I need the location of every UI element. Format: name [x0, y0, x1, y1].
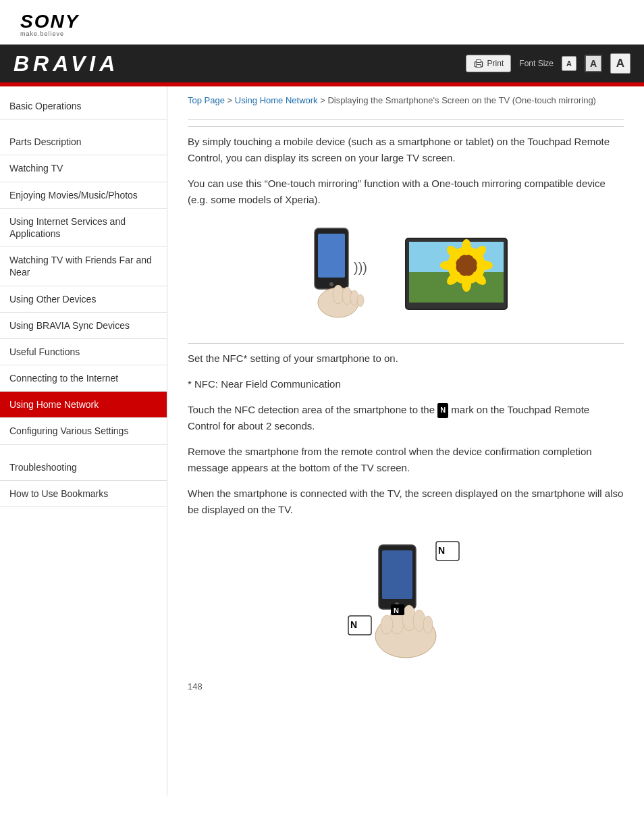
content-step-1: Set the NFC* setting of your smartphone … [188, 350, 624, 367]
content-step-4: When the smartphone is connected with th… [188, 486, 624, 518]
sidebar-item-using-internet[interactable]: Using Internet Services and Applications [0, 209, 167, 247]
sony-wordmark: SONY [20, 12, 624, 31]
bravia-title: BRAVIA [14, 51, 119, 76]
sidebar-gap-2 [0, 445, 167, 454]
breadcrumb-top-page[interactable]: Top Page [188, 95, 225, 105]
svg-point-19 [462, 239, 471, 255]
svg-text:))): ))) [354, 260, 367, 275]
svg-rect-1 [476, 65, 480, 68]
print-icon [473, 58, 484, 69]
phone-hand-svg: ))) [301, 221, 389, 330]
svg-text:N: N [394, 606, 399, 615]
svg-point-11 [357, 294, 364, 307]
svg-rect-5 [318, 234, 345, 278]
svg-point-34 [423, 616, 433, 633]
font-size-small-button[interactable]: A [562, 56, 576, 71]
svg-text:N: N [350, 619, 357, 630]
mirroring-illustration: ))) [188, 221, 624, 330]
sidebar: Basic Operations Parts Description Watch… [0, 86, 167, 796]
nfc-symbol-inline: N [437, 403, 448, 418]
nfc-touch-svg: N N N [338, 531, 473, 667]
divider-top [188, 119, 624, 120]
breadcrumb-current: Displaying the Smartphone's Screen on th… [327, 95, 595, 105]
content-para-1: By simply touching a mobile device (such… [188, 134, 624, 166]
font-size-label: Font Size [519, 59, 554, 68]
bravia-header: BRAVIA Print Font Size A A A [0, 45, 644, 82]
page-number: 148 [188, 680, 624, 694]
content-step-2: Touch the NFC detection area of the smar… [188, 402, 624, 434]
sidebar-item-watching-friends[interactable]: Watching TV with Friends Far and Near [0, 247, 167, 286]
sidebar-item-connecting-internet[interactable]: Connecting to the Internet [0, 365, 167, 392]
tv-sunflower-svg [402, 235, 510, 316]
svg-point-6 [329, 282, 333, 286]
header-controls: Print Font Size A A A [466, 53, 630, 74]
sidebar-item-basic-operations[interactable]: Basic Operations [0, 93, 167, 120]
sidebar-item-configuring-settings[interactable]: Configuring Various Settings [0, 418, 167, 444]
sony-logo: SONY make.believe [20, 12, 624, 37]
svg-point-21 [477, 261, 493, 270]
sidebar-item-using-other[interactable]: Using Other Devices [0, 286, 167, 313]
svg-point-8 [333, 285, 344, 304]
svg-point-3 [475, 63, 477, 64]
font-size-medium-button[interactable]: A [585, 55, 602, 72]
svg-rect-28 [382, 550, 412, 599]
divider-3 [188, 343, 624, 344]
sidebar-item-using-home-network[interactable]: Using Home Network [0, 392, 167, 418]
svg-point-23 [462, 276, 471, 292]
content-step-3: Remove the smartphone from the remote co… [188, 444, 624, 476]
sidebar-item-troubleshooting[interactable]: Troubleshooting [0, 454, 167, 481]
svg-text:N: N [438, 545, 445, 556]
content-body: By simply touching a mobile device (such… [188, 126, 624, 694]
svg-point-25 [440, 261, 456, 270]
breadcrumb: Top Page > Using Home Network > Displayi… [188, 86, 624, 112]
sidebar-gap-1 [0, 120, 167, 129]
sony-tagline: make.believe [20, 31, 624, 37]
sidebar-item-useful-functions[interactable]: Useful Functions [0, 339, 167, 365]
sidebar-item-how-to-use[interactable]: How to Use Bookmarks [0, 481, 167, 507]
sidebar-item-using-bravia[interactable]: Using BRAVIA Sync Devices [0, 313, 167, 339]
font-size-large-button[interactable]: A [610, 53, 630, 74]
svg-rect-2 [476, 59, 480, 62]
nfc-bottom-illustration: N N N [188, 531, 624, 667]
svg-point-9 [342, 287, 352, 305]
print-label: Print [487, 59, 504, 68]
content-nfc-note: * NFC: Near Field Communication [188, 376, 624, 392]
top-bar: SONY make.believe [0, 0, 644, 45]
main-content: Top Page > Using Home Network > Displayi… [167, 86, 644, 796]
divider-2 [188, 126, 624, 127]
sidebar-item-parts-description[interactable]: Parts Description [0, 129, 167, 155]
main-layout: Basic Operations Parts Description Watch… [0, 86, 644, 796]
content-para-2: You can use this “One-touch mirroring” f… [188, 176, 624, 208]
sidebar-item-enjoying-movies[interactable]: Enjoying Movies/Music/Photos [0, 182, 167, 209]
sidebar-item-watching-tv[interactable]: Watching TV [0, 155, 167, 182]
svg-point-33 [413, 610, 425, 631]
breadcrumb-using-home-network[interactable]: Using Home Network [235, 95, 318, 105]
svg-point-35 [381, 615, 393, 634]
print-button[interactable]: Print [466, 55, 512, 72]
